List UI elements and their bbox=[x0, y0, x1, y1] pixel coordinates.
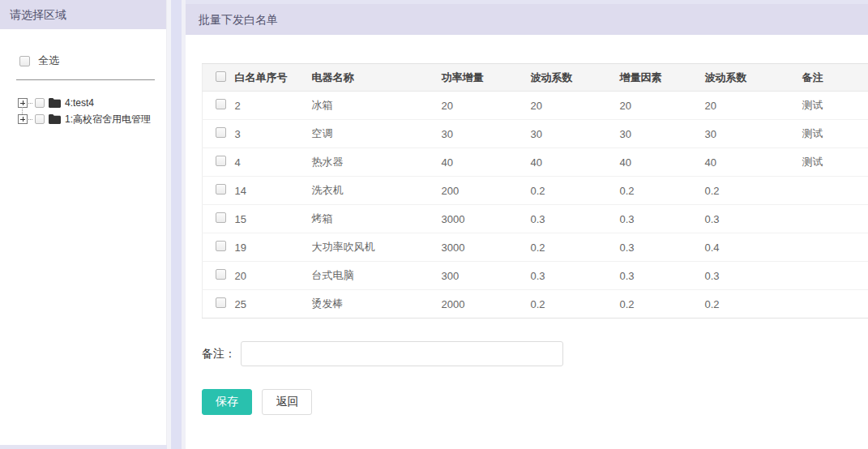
row-checkbox-cell bbox=[203, 290, 235, 319]
row-checkbox[interactable] bbox=[216, 156, 226, 166]
table-cell: 4 bbox=[235, 148, 312, 177]
table-cell: 测试 bbox=[802, 120, 868, 148]
page-title: 批量下发白名单 bbox=[186, 4, 868, 35]
row-checkbox[interactable] bbox=[216, 269, 226, 280]
table-cell: 200 bbox=[442, 177, 531, 205]
table-cell: 19 bbox=[235, 233, 312, 262]
table-cell bbox=[802, 177, 868, 205]
column-header: 备注 bbox=[802, 64, 868, 92]
table-cell: 洗衣机 bbox=[312, 177, 442, 205]
select-all-checkbox[interactable] bbox=[19, 56, 30, 66]
table-cell: 3000 bbox=[442, 205, 531, 233]
table-cell: 冰箱 bbox=[312, 92, 442, 120]
table-cell: 热水器 bbox=[312, 148, 442, 177]
table-cell bbox=[802, 290, 868, 319]
table-cell: 台式电脑 bbox=[312, 262, 442, 290]
table-cell: 大功率吹风机 bbox=[312, 233, 442, 262]
tree-node-label[interactable]: 1:高校宿舍用电管理 bbox=[65, 113, 151, 126]
table-cell: 0.2 bbox=[705, 290, 802, 319]
table-cell: 0.2 bbox=[620, 177, 705, 205]
row-checkbox-cell bbox=[203, 205, 235, 233]
table-cell: 0.3 bbox=[705, 262, 802, 290]
table-cell bbox=[802, 233, 868, 262]
table-row: 4热水器40404040测试 bbox=[203, 148, 868, 177]
table-row: 2冰箱20202020测试 bbox=[203, 92, 868, 120]
row-checkbox[interactable] bbox=[216, 99, 226, 109]
row-checkbox[interactable] bbox=[216, 241, 226, 251]
table-cell: 20 bbox=[235, 262, 312, 290]
expand-icon[interactable] bbox=[18, 114, 28, 124]
table-row: 14洗衣机2000.20.20.2 bbox=[203, 177, 868, 205]
table-cell: 30 bbox=[705, 120, 802, 148]
table-cell: 30 bbox=[620, 120, 705, 148]
column-header: 白名单序号 bbox=[235, 64, 312, 92]
table-cell: 40 bbox=[620, 148, 705, 177]
back-button[interactable]: 返回 bbox=[262, 389, 312, 415]
row-checkbox-cell bbox=[203, 148, 235, 177]
region-panel: 请选择区域 全选 4:test41:高校宿舍用电管理 bbox=[0, 0, 167, 445]
row-checkbox[interactable] bbox=[216, 212, 226, 223]
row-checkbox-cell bbox=[203, 92, 235, 120]
table-cell: 测试 bbox=[802, 148, 868, 177]
actions-bar: 保存 返回 bbox=[202, 389, 868, 415]
folder-icon bbox=[49, 98, 61, 108]
table-cell: 0.3 bbox=[531, 205, 620, 233]
tree-node: 4:test4 bbox=[18, 95, 166, 111]
tree-node-checkbox[interactable] bbox=[35, 98, 45, 108]
tree-connector bbox=[28, 103, 32, 104]
whitelist-content: 白名单序号电器名称功率增量波动系数增量因素波动系数备注 2冰箱20202020测… bbox=[186, 35, 868, 415]
row-checkbox[interactable] bbox=[216, 297, 226, 308]
tree-connector bbox=[28, 119, 32, 120]
table-header-row: 白名单序号电器名称功率增量波动系数增量因素波动系数备注 bbox=[203, 64, 868, 92]
select-all-row: 全选 bbox=[19, 53, 166, 68]
table-cell: 14 bbox=[235, 177, 312, 205]
row-checkbox-cell bbox=[203, 120, 235, 148]
table-cell bbox=[802, 262, 868, 290]
table-cell: 2 bbox=[235, 92, 312, 120]
table-row: 15烤箱30000.30.30.3 bbox=[203, 205, 868, 233]
expand-icon[interactable] bbox=[18, 98, 28, 108]
table-cell: 0.3 bbox=[705, 205, 802, 233]
panel-gap bbox=[167, 0, 186, 449]
remark-row: 备注： bbox=[202, 341, 868, 366]
select-all-label: 全选 bbox=[38, 53, 59, 68]
table-body: 2冰箱20202020测试3空调30303030测试4热水器40404040测试… bbox=[203, 92, 868, 319]
tree-node-label[interactable]: 4:test4 bbox=[65, 97, 94, 109]
remark-input[interactable] bbox=[241, 341, 563, 366]
table-cell: 0.3 bbox=[620, 233, 705, 262]
table-cell: 300 bbox=[442, 262, 531, 290]
column-header: 功率增量 bbox=[442, 64, 531, 92]
region-panel-body: 全选 4:test41:高校宿舍用电管理 bbox=[0, 29, 166, 127]
row-checkbox-cell bbox=[203, 177, 235, 205]
row-checkbox-cell bbox=[203, 233, 235, 262]
table-cell: 烫发棒 bbox=[312, 290, 442, 319]
whitelist-panel: 批量下发白名单 白名单序号电器名称功率增量波动系数增量因素波动系数备注 2冰箱2… bbox=[186, 4, 868, 449]
table-cell: 0.3 bbox=[620, 262, 705, 290]
save-button[interactable]: 保存 bbox=[202, 389, 252, 415]
table-head: 白名单序号电器名称功率增量波动系数增量因素波动系数备注 bbox=[203, 64, 868, 92]
table-cell: 30 bbox=[531, 120, 620, 148]
header-checkbox-cell bbox=[203, 64, 235, 92]
column-header: 波动系数 bbox=[531, 64, 620, 92]
table-cell: 0.2 bbox=[531, 177, 620, 205]
whitelist-table: 白名单序号电器名称功率增量波动系数增量因素波动系数备注 2冰箱20202020测… bbox=[202, 63, 868, 319]
table-cell: 15 bbox=[235, 205, 312, 233]
app-layout: 请选择区域 全选 4:test41:高校宿舍用电管理 批量下发白名单 白名单序号… bbox=[0, 0, 868, 449]
table-cell: 20 bbox=[705, 92, 802, 120]
tree-node: 1:高校宿舍用电管理 bbox=[18, 111, 166, 127]
table-cell: 30 bbox=[442, 120, 531, 148]
column-header: 电器名称 bbox=[312, 64, 442, 92]
table-cell: 0.4 bbox=[705, 233, 802, 262]
tree-node-checkbox[interactable] bbox=[35, 114, 45, 124]
table-cell: 40 bbox=[442, 148, 531, 177]
select-all-rows-checkbox[interactable] bbox=[216, 71, 226, 82]
region-panel-title: 请选择区域 bbox=[0, 0, 166, 29]
table-cell: 烤箱 bbox=[312, 205, 442, 233]
folder-icon bbox=[49, 114, 61, 124]
table-cell bbox=[802, 205, 868, 233]
table-cell: 25 bbox=[235, 290, 312, 319]
row-checkbox[interactable] bbox=[216, 184, 226, 195]
row-checkbox[interactable] bbox=[216, 127, 226, 138]
table-cell: 40 bbox=[705, 148, 802, 177]
table-cell: 3000 bbox=[442, 233, 531, 262]
